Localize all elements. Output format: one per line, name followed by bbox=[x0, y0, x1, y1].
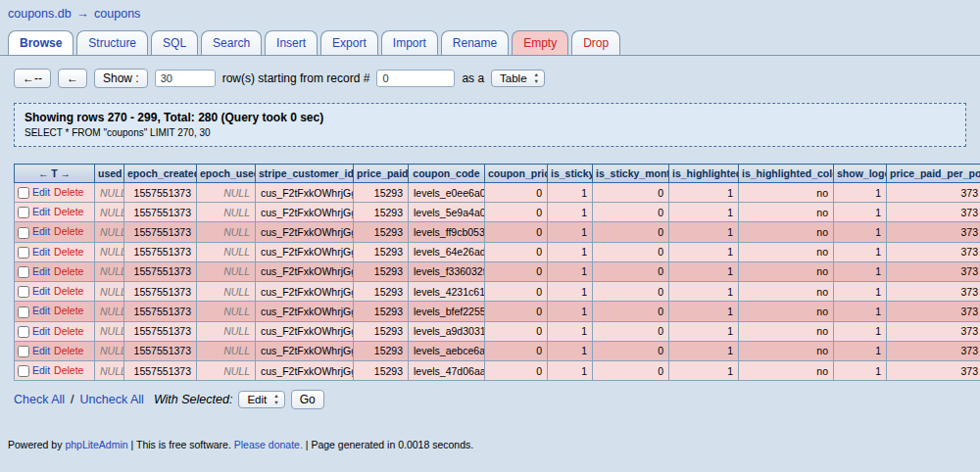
cell-is_highlighted_color: no bbox=[739, 261, 834, 281]
row-actions-cell: EditDelete bbox=[15, 341, 95, 360]
page-back-button[interactable]: ← bbox=[58, 69, 87, 88]
edit-row-link[interactable]: Edit bbox=[32, 246, 50, 258]
page-back-all-button[interactable]: ←-- bbox=[14, 69, 51, 88]
cell-epoch_created: 1557551373 bbox=[124, 302, 197, 321]
row-select-checkbox[interactable] bbox=[18, 266, 29, 278]
tab-search[interactable]: Search bbox=[201, 30, 262, 55]
column-header-price_paid[interactable]: price_paid bbox=[354, 165, 409, 183]
cell-used: NULL bbox=[95, 222, 124, 242]
cell-is_highlighted_color: no bbox=[739, 282, 834, 302]
cell-price_paid: 15293 bbox=[354, 302, 409, 321]
breadcrumb-db-link[interactable]: coupons.db bbox=[8, 7, 72, 21]
column-header-is_highlighted[interactable]: is_highlighted bbox=[669, 165, 739, 183]
row-select-checkbox[interactable] bbox=[18, 247, 29, 259]
edit-row-link[interactable]: Edit bbox=[32, 364, 50, 376]
tab-empty[interactable]: Empty bbox=[512, 30, 568, 55]
delete-row-link[interactable]: Delete bbox=[54, 305, 83, 316]
edit-row-link[interactable]: Edit bbox=[32, 345, 50, 356]
edit-row-link[interactable]: Edit bbox=[32, 225, 50, 237]
row-actions-cell: EditDelete bbox=[15, 242, 95, 261]
column-header-stripe_customer_id[interactable]: stripe_customer_id bbox=[256, 165, 354, 183]
cell-stripe_customer_id: cus_F2tFxkOWhrjGgK bbox=[256, 321, 354, 341]
edit-row-link[interactable]: Edit bbox=[32, 265, 50, 277]
show-button[interactable]: Show : bbox=[94, 69, 148, 88]
go-button[interactable]: Go bbox=[291, 390, 324, 409]
column-header-is_sticky_month[interactable]: is_sticky_month bbox=[593, 165, 669, 183]
cell-used: NULL bbox=[95, 360, 124, 380]
cell-show_logo: 1 bbox=[834, 321, 887, 341]
column-header-coupon_code[interactable]: coupon_code bbox=[409, 165, 485, 183]
row-actions-cell: EditDelete bbox=[15, 261, 95, 281]
delete-row-link[interactable]: Delete bbox=[54, 345, 83, 356]
query-info-box: Showing rows 270 - 299, Total: 280 (Quer… bbox=[14, 103, 966, 147]
cell-price_paid_per_post: 373 bbox=[887, 261, 980, 281]
column-header-show_logo[interactable]: show_logo bbox=[834, 165, 887, 183]
edit-row-link[interactable]: Edit bbox=[32, 285, 50, 297]
view-type-select[interactable]: Table ▲▼ bbox=[491, 70, 545, 87]
row-select-checkbox[interactable] bbox=[18, 187, 29, 199]
cell-used: NULL bbox=[95, 282, 124, 302]
column-header-epoch_used[interactable]: epoch_used bbox=[197, 165, 256, 183]
cell-price_paid_per_post: 373 bbox=[887, 203, 980, 222]
tab-browse[interactable]: Browse bbox=[8, 30, 74, 55]
start-record-input[interactable] bbox=[376, 70, 455, 87]
edit-row-link[interactable]: Edit bbox=[32, 325, 50, 337]
column-header-price_paid_per_post[interactable]: price_paid_per_post bbox=[887, 165, 980, 183]
row-actions-cell: EditDelete bbox=[15, 360, 95, 380]
edit-row-link[interactable]: Edit bbox=[32, 186, 50, 198]
row-select-checkbox[interactable] bbox=[18, 346, 29, 357]
column-header-actions[interactable]: ← T → bbox=[15, 165, 95, 183]
cell-is_sticky_month: 0 bbox=[593, 321, 669, 341]
row-select-checkbox[interactable] bbox=[18, 227, 29, 239]
cell-price_paid: 15293 bbox=[354, 261, 409, 281]
cell-used: NULL bbox=[95, 203, 124, 222]
tab-drop[interactable]: Drop bbox=[571, 30, 620, 55]
column-header-used[interactable]: used bbox=[95, 165, 124, 183]
row-actions-cell: EditDelete bbox=[15, 222, 95, 242]
delete-row-link[interactable]: Delete bbox=[54, 325, 83, 337]
row-select-checkbox[interactable] bbox=[18, 326, 29, 338]
row-select-checkbox[interactable] bbox=[18, 207, 29, 218]
cell-show_logo: 1 bbox=[834, 222, 887, 242]
row-select-checkbox[interactable] bbox=[18, 365, 29, 377]
tab-sql[interactable]: SQL bbox=[151, 30, 198, 55]
column-header-epoch_created[interactable]: epoch_created bbox=[124, 165, 197, 183]
cell-stripe_customer_id: cus_F2tFxkOWhrjGgK bbox=[256, 203, 354, 222]
with-selected-action-select[interactable]: Edit ▲▼ bbox=[238, 391, 284, 408]
cell-stripe_customer_id: cus_F2tFxkOWhrjGgK bbox=[256, 282, 354, 302]
column-header-coupon_price[interactable]: coupon_price bbox=[485, 165, 548, 183]
grid-body: EditDeleteNULL1557551373NULLcus_F2tFxkOW… bbox=[15, 183, 980, 381]
delete-row-link[interactable]: Delete bbox=[54, 246, 83, 258]
tab-rename[interactable]: Rename bbox=[441, 30, 509, 55]
column-header-is_highlighted_color[interactable]: is_highlighted_color bbox=[739, 165, 834, 183]
tab-import[interactable]: Import bbox=[381, 30, 438, 55]
cell-is_highlighted_color: no bbox=[739, 360, 834, 380]
cell-coupon_price: 0 bbox=[485, 222, 548, 242]
delete-row-link[interactable]: Delete bbox=[54, 364, 83, 376]
row-actions-cell: EditDelete bbox=[15, 203, 95, 222]
delete-row-link[interactable]: Delete bbox=[54, 225, 83, 237]
cell-price_paid_per_post: 373 bbox=[887, 360, 980, 380]
column-header-is_sticky[interactable]: is_sticky bbox=[548, 165, 593, 183]
tab-insert[interactable]: Insert bbox=[265, 30, 318, 55]
rows-count-input[interactable] bbox=[155, 70, 216, 87]
delete-row-link[interactable]: Delete bbox=[54, 206, 83, 217]
delete-row-link[interactable]: Delete bbox=[54, 186, 83, 198]
row-select-checkbox[interactable] bbox=[18, 307, 29, 318]
phpliteadmin-link[interactable]: phpLiteAdmin bbox=[65, 439, 127, 450]
cell-epoch_used: NULL bbox=[197, 321, 256, 341]
cell-stripe_customer_id: cus_F2tFxkOWhrjGgK bbox=[256, 360, 354, 380]
donate-link[interactable]: Please donate. bbox=[234, 439, 303, 450]
check-all-link[interactable]: Check All bbox=[14, 393, 65, 406]
edit-row-link[interactable]: Edit bbox=[32, 305, 50, 316]
breadcrumb-table-link[interactable]: coupons bbox=[94, 7, 140, 21]
delete-row-link[interactable]: Delete bbox=[54, 285, 83, 297]
tab-structure[interactable]: Structure bbox=[76, 30, 148, 55]
tab-export[interactable]: Export bbox=[320, 30, 378, 55]
cell-price_paid: 15293 bbox=[354, 341, 409, 360]
uncheck-all-link[interactable]: Uncheck All bbox=[80, 393, 144, 406]
row-select-checkbox[interactable] bbox=[18, 286, 29, 298]
cell-show_logo: 1 bbox=[834, 360, 887, 380]
delete-row-link[interactable]: Delete bbox=[54, 265, 83, 277]
edit-row-link[interactable]: Edit bbox=[32, 206, 50, 217]
